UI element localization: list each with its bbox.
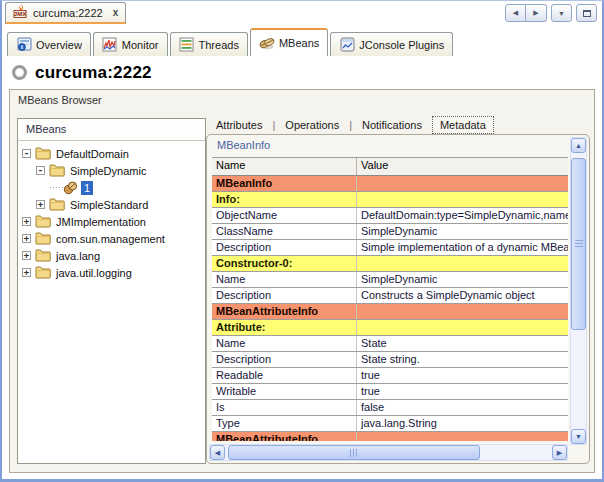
scroll-left-icon[interactable]: ◀ xyxy=(210,445,225,460)
column-header-name: Name xyxy=(212,158,357,175)
collapse-icon[interactable]: - xyxy=(36,166,45,175)
vertical-scrollbar[interactable]: ▲ ▼ xyxy=(570,137,587,445)
cell-name: Is xyxy=(212,400,357,415)
folder-icon xyxy=(49,198,67,212)
horizontal-scrollbar[interactable]: ◀ ▶ xyxy=(209,444,568,461)
tree-item-defaultdomain[interactable]: -DefaultDomain xyxy=(18,145,205,162)
tab-mbeans[interactable]: MBeans xyxy=(250,28,328,56)
monitor-icon xyxy=(102,37,118,53)
tree-item-java-lang[interactable]: +java.lang xyxy=(18,247,205,264)
tree-item-simplestandard[interactable]: +SimpleStandard xyxy=(18,196,205,213)
threads-icon xyxy=(179,37,195,53)
cell-name: Constructor-0: xyxy=(212,256,357,271)
horizontal-scrollbar-thumb[interactable] xyxy=(228,445,480,460)
cell-value: Constructs a SimpleDynamic object xyxy=(357,288,568,303)
table-row[interactable]: MBeanInfo xyxy=(212,176,568,192)
cell-value: true xyxy=(357,368,568,383)
table-row[interactable]: ClassNameSimpleDynamic xyxy=(212,224,568,240)
cell-name: ObjectName xyxy=(212,208,357,223)
table-row[interactable]: Info: xyxy=(212,192,568,208)
tree-item-java-util-logging[interactable]: +java.util.logging xyxy=(18,264,205,281)
tree-item-jmimplementation[interactable]: +JMImplementation xyxy=(18,213,205,230)
table-row[interactable]: NameSimpleDynamic xyxy=(212,272,568,288)
maximize-button[interactable] xyxy=(576,4,597,22)
connection-status-icon xyxy=(12,65,27,80)
tree-item-simpledynamic[interactable]: -SimpleDynamic xyxy=(18,162,205,179)
table-row[interactable]: MBeanAttributeInfo xyxy=(212,432,568,441)
table-row[interactable]: Attribute: xyxy=(212,320,568,336)
expand-icon[interactable]: + xyxy=(22,268,31,277)
detail-tab-operations[interactable]: Operations xyxy=(281,117,343,133)
cell-name: MBeanAttributeInfo xyxy=(212,304,357,319)
collapse-icon[interactable]: - xyxy=(22,149,31,158)
table-row[interactable]: NameState xyxy=(212,336,568,352)
table-header-row: NameValue xyxy=(212,158,568,176)
main-tab-bar: iOverviewMonitorThreadsMBeansJConsole Pl… xyxy=(2,25,602,56)
table-row[interactable]: Writabletrue xyxy=(212,384,568,400)
tree-item-label: SimpleStandard xyxy=(67,198,151,212)
table-row[interactable]: MBeanAttributeInfo xyxy=(212,304,568,320)
cell-name: ClassName xyxy=(212,224,357,239)
minimize-button[interactable]: ▼ xyxy=(551,4,572,22)
mbeans-browser-panel: MBeans Browser MBeans -DefaultDomain-Sim… xyxy=(9,89,595,473)
connection-tab[interactable]: JMX curcuma:2222 x xyxy=(5,2,126,24)
vertical-scrollbar-thumb[interactable] xyxy=(571,158,586,330)
folder-icon xyxy=(35,249,53,263)
expand-icon[interactable]: + xyxy=(22,234,31,243)
expand-icon[interactable]: + xyxy=(22,217,31,226)
tab-overview[interactable]: iOverview xyxy=(7,32,91,56)
mbeans-tree-panel: MBeans -DefaultDomain-SimpleDynamic1+Sim… xyxy=(17,118,206,464)
tab-monitor[interactable]: Monitor xyxy=(93,32,168,56)
tree-item-1[interactable]: 1 xyxy=(18,179,205,196)
table-row[interactable]: Readabletrue xyxy=(212,368,568,384)
expand-icon[interactable]: + xyxy=(22,251,31,260)
tab-separator: | xyxy=(272,119,275,131)
app-header: curcuma:2222 xyxy=(2,56,602,89)
expand-icon[interactable]: + xyxy=(36,200,45,209)
folder-icon xyxy=(35,266,53,280)
close-icon[interactable]: x xyxy=(113,7,119,18)
cell-name: Type xyxy=(212,416,357,431)
cell-value: SimpleDynamic xyxy=(357,224,568,239)
tab-jconsole-plugins[interactable]: JConsole Plugins xyxy=(330,32,453,56)
table-row[interactable]: Constructor-0: xyxy=(212,256,568,272)
cell-value: SimpleDynamic xyxy=(357,272,568,287)
cell-name: Description xyxy=(212,352,357,367)
table-row[interactable]: Isfalse xyxy=(212,400,568,416)
column-header-value: Value xyxy=(357,158,568,175)
cell-value xyxy=(357,320,568,335)
detail-tab-metadata[interactable]: Metadata xyxy=(432,116,494,134)
scroll-right-button[interactable]: ▶ xyxy=(526,4,547,22)
detail-tab-notifications[interactable]: Notifications xyxy=(358,117,426,133)
table-row[interactable]: DescriptionConstructs a SimpleDynamic ob… xyxy=(212,288,568,304)
cell-value xyxy=(357,176,568,191)
cell-name: Readable xyxy=(212,368,357,383)
scroll-right-icon[interactable]: ▶ xyxy=(552,445,567,460)
scroll-left-button[interactable]: ◀ xyxy=(505,4,526,22)
scroll-up-icon[interactable]: ▲ xyxy=(571,138,586,153)
plugins-icon xyxy=(339,37,355,53)
table-row[interactable]: DescriptionState string. xyxy=(212,352,568,368)
tree-item-com-sun-management[interactable]: +com.sun.management xyxy=(18,230,205,247)
table-row[interactable]: Typejava.lang.String xyxy=(212,416,568,432)
table-row[interactable]: ObjectNameDefaultDomain:type=SimpleDynam… xyxy=(212,208,568,224)
overview-icon: i xyxy=(16,37,32,53)
browser-body: MBeans -DefaultDomain-SimpleDynamic1+Sim… xyxy=(10,110,594,472)
mbeans-tree: -DefaultDomain-SimpleDynamic1+SimpleStan… xyxy=(18,141,205,281)
tree-item-label: JMImplementation xyxy=(53,215,149,229)
detail-tab-attributes[interactable]: Attributes xyxy=(212,117,266,133)
tree-item-label: DefaultDomain xyxy=(53,147,132,161)
metadata-panel: MBeanInfo NameValueMBeanInfoInfo:ObjectN… xyxy=(206,134,590,464)
tree-item-label: com.sun.management xyxy=(53,232,168,246)
cell-value: State xyxy=(357,336,568,351)
page-title: curcuma:2222 xyxy=(35,63,152,83)
tab-threads[interactable]: Threads xyxy=(170,32,248,56)
cell-name: Writable xyxy=(212,384,357,399)
table-row[interactable]: DescriptionSimple implementation of a dy… xyxy=(212,240,568,256)
mbeans-icon xyxy=(259,35,275,51)
scroll-down-icon[interactable]: ▼ xyxy=(571,429,586,444)
cell-name: Name xyxy=(212,336,357,351)
cell-value xyxy=(357,192,568,207)
cell-name: MBeanAttributeInfo xyxy=(212,432,357,441)
cell-name: Description xyxy=(212,240,357,255)
